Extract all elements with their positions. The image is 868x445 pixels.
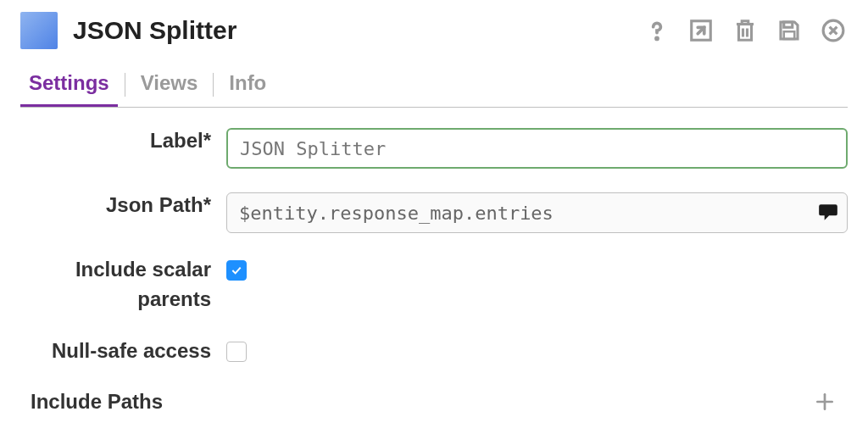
add-path-button[interactable] [810, 387, 839, 416]
null-safe-access-checkbox[interactable] [226, 342, 247, 362]
settings-form: Label* Json Path* Include scalar parents [20, 108, 848, 425]
json-path-field [226, 191, 848, 233]
label-field [226, 126, 848, 169]
component-block-icon [20, 12, 58, 49]
trash-icon[interactable] [731, 16, 760, 45]
row-label: Label* [20, 126, 848, 169]
include-scalar-parents-label: Include scalar parents [20, 255, 226, 314]
svg-rect-4 [784, 22, 793, 27]
tab-info[interactable]: Info [220, 63, 275, 107]
tab-separator [125, 73, 125, 97]
popout-icon[interactable] [687, 16, 715, 45]
json-path-label: Json Path* [20, 191, 226, 220]
help-icon[interactable] [643, 16, 671, 45]
expression-icon[interactable] [817, 201, 839, 223]
save-icon[interactable] [775, 16, 804, 45]
include-paths-label: Include Paths [20, 390, 163, 414]
row-json-path: Json Path* [20, 191, 848, 233]
tab-views[interactable]: Views [132, 63, 207, 107]
close-circle-icon[interactable] [819, 16, 848, 45]
tab-settings[interactable]: Settings [20, 63, 118, 107]
label-label: Label* [20, 126, 226, 156]
header-left: JSON Splitter [20, 12, 236, 49]
json-splitter-panel: JSON Splitter [0, 0, 868, 425]
panel-title: JSON Splitter [73, 16, 236, 45]
panel-header: JSON Splitter [20, 12, 848, 56]
json-path-input[interactable] [226, 192, 848, 233]
row-null-safe-access: Null-safe access [20, 337, 848, 366]
tab-bar: Settings Views Info [20, 63, 848, 108]
row-include-paths: Include Paths [20, 387, 848, 416]
null-safe-access-field [226, 337, 848, 365]
svg-point-0 [655, 36, 659, 41]
tab-separator [213, 73, 214, 97]
include-scalar-parents-field [226, 255, 848, 281]
include-scalar-parents-checkbox[interactable] [226, 260, 247, 281]
label-input[interactable] [226, 128, 848, 169]
header-actions [643, 16, 848, 45]
null-safe-access-label: Null-safe access [20, 337, 226, 366]
row-include-scalar-parents: Include scalar parents [20, 255, 848, 314]
